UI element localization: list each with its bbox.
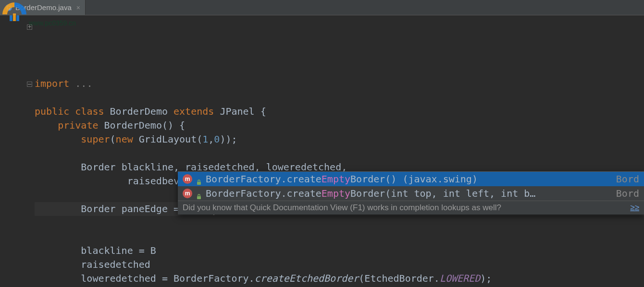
type: Border <box>81 161 115 173</box>
lock-icon <box>196 191 202 196</box>
fold-collapse-icon[interactable]: − <box>27 82 32 87</box>
class-name: GridLayout <box>139 133 197 145</box>
code-text: loweredetched = BorderFactory. <box>81 273 254 284</box>
keyword: public <box>35 106 69 117</box>
svg-text:C: C <box>7 5 11 11</box>
java-class-icon: C <box>5 4 12 12</box>
completion-return-type: Bord <box>610 188 639 199</box>
completion-item-0[interactable]: m BorderFactory.createEmptyBorder() (jav… <box>178 172 644 186</box>
brace: { <box>260 106 266 117</box>
method: createEtchedBorder <box>255 273 359 284</box>
completion-popup: m BorderFactory.createEmptyBorder() (jav… <box>178 171 644 215</box>
completion-label: BorderFactory.createEmptyBorder(int top,… <box>206 188 607 199</box>
completion-item-1[interactable]: m BorderFactory.createEmptyBorder(int to… <box>178 186 644 201</box>
svg-rect-6 <box>197 196 201 199</box>
completion-return-type: Bord <box>610 173 639 185</box>
keyword: private <box>58 120 98 131</box>
code-text: (EtchedBorder. <box>359 273 440 284</box>
constant: LOWERED <box>440 273 480 284</box>
keyword: import <box>35 78 69 89</box>
tip-link[interactable]: ≥≥ <box>630 203 639 213</box>
class-name: BorderDemo <box>110 106 168 117</box>
number: 1 <box>202 133 208 145</box>
tab-filename: BorderDemo.java <box>15 3 72 12</box>
keyword: new <box>116 133 133 145</box>
svg-rect-5 <box>197 182 201 185</box>
file-tab-borderdemo[interactable]: C BorderDemo.java × <box>0 0 86 15</box>
code-text: ); <box>480 273 492 284</box>
gutter: + − <box>0 21 35 287</box>
completion-tip: Did you know that Quick Documentation Vi… <box>178 201 644 215</box>
number: 0 <box>214 133 220 145</box>
code-editor[interactable]: + − import ... public class BorderDemo e… <box>0 15 644 287</box>
type: Border <box>81 203 115 215</box>
ctor-name: BorderDemo <box>104 120 162 131</box>
folded-text[interactable]: ... <box>75 78 92 89</box>
editor-tab-bar: C BorderDemo.java × <box>0 0 644 15</box>
method-icon: m <box>183 189 192 198</box>
var: paneEdge <box>122 203 168 215</box>
completion-label: BorderFactory.createEmptyBorder() (javax… <box>206 173 607 185</box>
lock-icon <box>196 176 202 182</box>
code-text: blackline = B <box>81 245 156 256</box>
code-text: raisedetched <box>81 259 150 270</box>
class-name: JPanel <box>220 106 254 117</box>
tip-text: Did you know that Quick Documentation Vi… <box>183 203 501 213</box>
keyword: extends <box>173 106 214 117</box>
rest: () { <box>162 120 185 131</box>
keyword: class <box>75 106 104 117</box>
keyword: super <box>81 133 110 145</box>
fold-expand-icon[interactable]: + <box>27 24 32 30</box>
method-icon: m <box>183 174 192 184</box>
close-icon[interactable]: × <box>74 4 80 12</box>
